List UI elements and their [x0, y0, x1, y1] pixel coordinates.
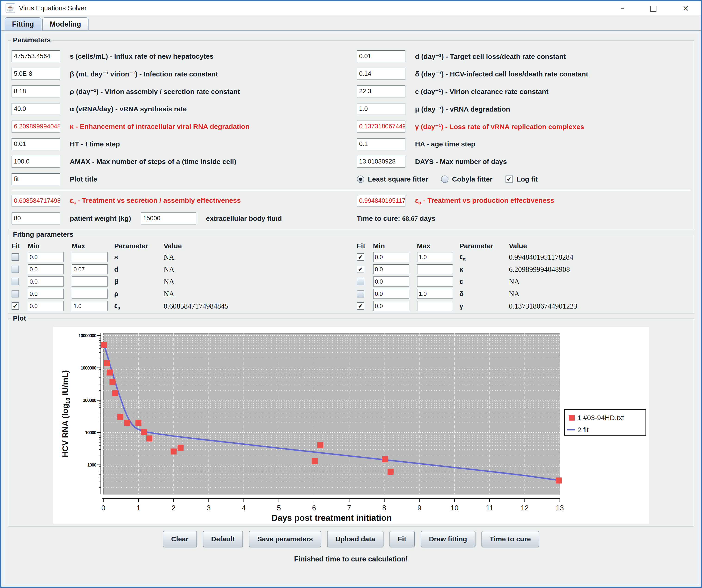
parameter-value: NA [509, 277, 691, 286]
max-input[interactable]: 1.0 [417, 289, 453, 299]
fit-checkbox[interactable] [357, 290, 364, 297]
scatter-point [112, 390, 118, 396]
x-tick-label: 1 [136, 504, 140, 512]
param-input[interactable]: fit [12, 173, 60, 185]
parameter-value: NA [164, 277, 345, 286]
x-axis-title: Days post treatment initiation [271, 513, 391, 523]
min-input[interactable]: 0.0 [373, 276, 409, 287]
x-tick-label: 8 [382, 504, 386, 512]
max-input[interactable]: 1.0 [417, 252, 453, 262]
tab-modeling[interactable]: Modeling [42, 17, 89, 30]
action-buttons: ClearDefaultSave parametersUpload dataFi… [8, 531, 694, 547]
fitter-row: Least square fitter Cobyla fitter ✔ Log … [357, 170, 691, 188]
fit-checkbox[interactable] [12, 266, 19, 273]
x-tick-label: 12 [520, 504, 529, 512]
param-input[interactable]: 0.14 [357, 68, 405, 80]
min-input[interactable]: 0.0 [373, 252, 409, 262]
max-input[interactable] [72, 276, 108, 287]
fit-checkbox[interactable]: ✔ [357, 302, 364, 310]
y-tick-label: 100000 [83, 398, 96, 403]
param-input[interactable]: 1.0 [357, 103, 405, 115]
x-tick-label: 5 [277, 504, 280, 512]
upload-data-button[interactable]: Upload data [327, 531, 383, 547]
max-input[interactable] [417, 276, 453, 287]
least-square-fitter-radio[interactable] [357, 175, 364, 183]
param-input[interactable]: 0.1 [357, 138, 405, 150]
max-input[interactable] [72, 289, 108, 299]
x-tick-label: 4 [242, 504, 246, 512]
x-tick-label: 0 [101, 504, 105, 512]
x-tick-label: 6 [312, 504, 316, 512]
eps-a-input[interactable]: 0.99484019511782 [357, 195, 405, 207]
param-input[interactable]: 8.18 [12, 86, 60, 98]
clear-button[interactable]: Clear [163, 531, 197, 547]
column-header: Value [509, 242, 691, 250]
param-input[interactable]: 0.13731806744901 [357, 121, 405, 133]
parameters-group: Parameters 475753.4564s (cells/mL) - Inf… [8, 40, 694, 230]
min-input[interactable]: 0.0 [28, 289, 64, 299]
param-row: fitPlot title [12, 170, 345, 188]
eps-s-input[interactable]: 0.60858471749848 [12, 195, 60, 207]
max-input[interactable]: 1.0 [72, 301, 108, 311]
cobyla-fitter-radio[interactable] [441, 175, 448, 183]
scatter-point [312, 458, 318, 464]
max-input[interactable] [417, 264, 453, 274]
body-fluid-input[interactable]: 15000 [141, 212, 196, 225]
fit-checkbox[interactable]: ✔ [357, 266, 364, 273]
param-input[interactable]: 100.0 [12, 156, 60, 168]
param-input[interactable]: 475753.4564 [12, 50, 60, 62]
min-input[interactable]: 0.0 [373, 301, 409, 311]
max-input[interactable] [72, 252, 108, 262]
eps-a-label: εα - Treatment vs production effectivene… [415, 196, 554, 205]
y-tick-label: 10000 [85, 430, 96, 435]
close-button[interactable]: × [683, 4, 689, 12]
fit-button[interactable]: Fit [389, 531, 415, 547]
fitting-tab-content: Parameters 475753.4564s (cells/mL) - Inf… [4, 33, 698, 584]
maximize-button[interactable]: □ [650, 4, 657, 12]
param-row: 6.20989999404890κ - Enhancement of intra… [12, 118, 345, 135]
save-parameters-button[interactable]: Save parameters [249, 531, 321, 547]
x-tick-label: 10 [450, 504, 458, 512]
fit-checkbox[interactable] [12, 278, 19, 285]
min-input[interactable]: 0.0 [28, 252, 64, 262]
parameter-value: NA [509, 290, 691, 298]
patient-weight-input[interactable]: 80 [12, 212, 60, 225]
plot-group: Plot 100000001000000100000100001000HCV R… [8, 318, 694, 527]
param-input[interactable]: 0.01 [12, 138, 60, 150]
param-input[interactable]: 13.01030928 [357, 156, 405, 168]
min-input[interactable]: 0.0 [28, 276, 64, 287]
param-label: β (mL day⁻¹ virion⁻¹) - Infection rate c… [70, 70, 218, 78]
cobyla-fitter-label: Cobyla fitter [452, 175, 493, 183]
draw-fitting-button[interactable]: Draw fitting [421, 531, 475, 547]
fit-checkbox[interactable] [12, 253, 19, 261]
fit-checkbox[interactable]: ✔ [357, 253, 364, 261]
legend-entry-fit: 2 fit [577, 426, 589, 434]
param-input[interactable]: 22.3 [357, 86, 405, 98]
param-input[interactable]: 0.01 [357, 50, 405, 62]
param-input[interactable]: 40.0 [12, 103, 60, 115]
scatter-point [170, 448, 177, 454]
fitting-table-right: FitMinMaxParameterValue✔0.01.0εα0.994840… [357, 242, 691, 311]
min-input[interactable]: 0.0 [373, 264, 409, 274]
min-input[interactable]: 0.0 [28, 301, 64, 311]
column-header: Fit [357, 242, 370, 250]
log-fit-checkbox[interactable]: ✔ [505, 175, 513, 183]
fit-checkbox[interactable] [357, 278, 364, 285]
param-row: 1.0μ (day⁻¹) - vRNA degradation [357, 100, 691, 118]
time-to-cure-text: Time to cure: 68.67 days [357, 214, 436, 223]
fit-checkbox[interactable] [12, 290, 19, 297]
default-button[interactable]: Default [203, 531, 243, 547]
fit-checkbox[interactable]: ✔ [12, 302, 19, 310]
min-input[interactable]: 0.0 [373, 289, 409, 299]
column-header: Parameter [114, 242, 160, 250]
max-input[interactable]: 0.07 [72, 264, 108, 274]
max-input[interactable] [417, 301, 453, 311]
time-to-cure-button[interactable]: Time to cure [481, 531, 539, 547]
x-tick-label: 3 [207, 504, 211, 512]
minimize-button[interactable]: – [620, 4, 624, 12]
param-input[interactable]: 6.20989999404890 [12, 121, 60, 133]
param-input[interactable]: 5.0E-8 [12, 68, 60, 80]
tab-fitting[interactable]: Fitting [5, 17, 41, 30]
param-row: 0.13731806744901γ (day⁻¹) - Loss rate of… [357, 118, 691, 135]
min-input[interactable]: 0.0 [28, 264, 64, 274]
